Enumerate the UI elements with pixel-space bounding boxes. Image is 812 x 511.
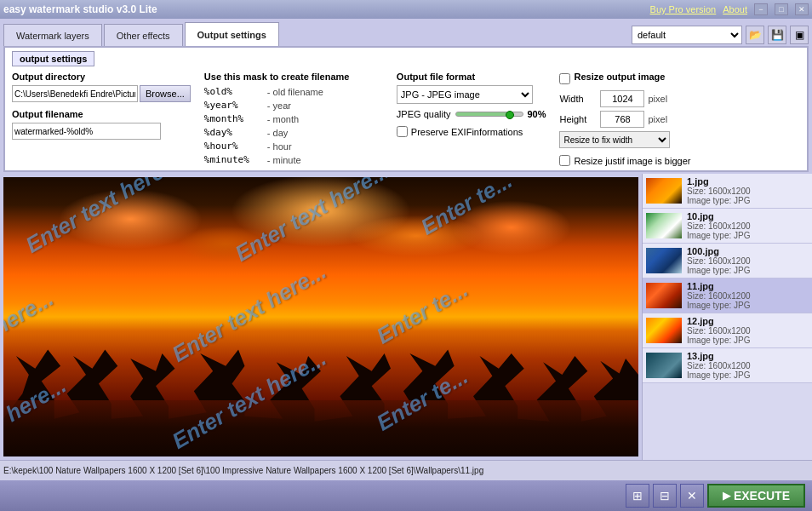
- method-select[interactable]: Resize to fix width Resize to fix height…: [559, 131, 670, 148]
- mask-row-hour: %hour% - hour: [204, 140, 383, 153]
- resize-checkbox[interactable]: [559, 73, 570, 84]
- profile-select[interactable]: default: [632, 26, 742, 44]
- buy-pro-link[interactable]: Buy Pro version: [650, 4, 717, 14]
- browse-button[interactable]: Browse...: [140, 85, 191, 102]
- file-item-11jpg[interactable]: 11.jpg Size: 1600x1200 Image type: JPG: [643, 278, 812, 313]
- settings-grid: Output directory Browse... Output filena…: [12, 72, 800, 167]
- file-thumb-100: [646, 248, 682, 273]
- execute-button[interactable]: ▶ EXECUTE: [707, 484, 805, 508]
- content-area: output settings Output directory Browse.…: [0, 46, 812, 460]
- exec-small-btn-2[interactable]: ⊟: [653, 484, 677, 508]
- file-info-100: 100.jpg Size: 1600x1200 Image type: JPG: [687, 246, 809, 275]
- directory-row: Browse...: [12, 85, 191, 102]
- quality-slider-container: 90%: [455, 109, 546, 119]
- file-type-100: Image type: JPG: [687, 266, 809, 275]
- file-size-11: Size: 1600x1200: [687, 291, 809, 301]
- file-type-10: Image type: JPG: [687, 231, 809, 240]
- output-directory-group: Output directory Browse... Output filena…: [12, 72, 191, 167]
- main-tab-bar: Watermark layers Other effects Output se…: [0, 19, 812, 46]
- file-thumb-10: [646, 213, 682, 238]
- mask-row-minute: %minute% - minute: [204, 153, 383, 167]
- file-name-13: 13.jpg: [687, 351, 809, 361]
- width-pixel-label: pixel: [648, 94, 667, 104]
- filename-input[interactable]: [12, 123, 161, 140]
- file-name-100: 100.jpg: [687, 246, 809, 256]
- file-item-100jpg[interactable]: 100.jpg Size: 1600x1200 Image type: JPG: [643, 244, 812, 278]
- width-input[interactable]: [600, 90, 644, 107]
- height-pixel-label: pixel: [648, 114, 667, 124]
- execute-label: EXECUTE: [734, 489, 790, 502]
- file-name-11: 11.jpg: [687, 281, 809, 291]
- resize-header: Resize output image: [559, 72, 712, 85]
- file-item-13jpg[interactable]: 13.jpg Size: 1600x1200 Image type: JPG: [643, 348, 812, 383]
- file-item-1jpg[interactable]: 1.jpg Size: 1600x1200 Image type: JPG: [643, 174, 812, 209]
- file-type-13: Image type: JPG: [687, 370, 809, 380]
- file-size-100: Size: 1600x1200: [687, 256, 809, 266]
- directory-input[interactable]: [12, 85, 138, 102]
- file-list: 1.jpg Size: 1600x1200 Image type: JPG 10…: [642, 174, 812, 460]
- tab-output-settings[interactable]: Output settings: [185, 22, 279, 46]
- file-info-1: 1.jpg Size: 1600x1200 Image type: JPG: [687, 176, 809, 205]
- quality-slider[interactable]: [455, 112, 523, 117]
- file-type-1: Image type: JPG: [687, 196, 809, 205]
- sub-tab-output-settings[interactable]: output settings: [12, 51, 94, 66]
- method-row: Resize to fix width Resize to fix height…: [559, 131, 712, 148]
- sunset-background: [3, 177, 638, 456]
- file-thumb-1: [646, 178, 682, 204]
- format-select[interactable]: JPG - JPEG imagePNG - PNG imageBMP - Bit…: [397, 85, 533, 104]
- quality-percentage: 90%: [527, 109, 546, 119]
- file-format-title: Output file format: [397, 72, 546, 82]
- title-controls: Buy Pro version About − □ ✕: [650, 3, 809, 15]
- resize-justif-checkbox[interactable]: [559, 155, 570, 166]
- file-name-10: 10.jpg: [687, 211, 809, 221]
- output-directory-title: Output directory: [12, 72, 191, 82]
- quality-row: JPEG quality 90%: [397, 109, 546, 119]
- profile-open-button[interactable]: 📂: [746, 26, 764, 44]
- mask-section-title: Use this mask to create filename: [204, 72, 383, 82]
- height-input[interactable]: [600, 111, 644, 128]
- mask-row-day: %day% - day: [204, 126, 383, 140]
- water-reflection: [3, 400, 638, 456]
- preserve-exif-checkbox[interactable]: [397, 126, 408, 137]
- sub-tab-bar: output settings: [12, 51, 800, 66]
- output-filename-title: Output filename: [12, 109, 191, 119]
- profile-section: default 📂 💾 ▣: [632, 26, 809, 44]
- file-item-12jpg[interactable]: 12.jpg Size: 1600x1200 Image type: JPG: [643, 313, 812, 348]
- status-path: E:\kepek\100 Nature Wallpapers 1600 X 12…: [3, 466, 809, 475]
- file-info-13: 13.jpg Size: 1600x1200 Image type: JPG: [687, 351, 809, 380]
- about-link[interactable]: About: [723, 4, 747, 14]
- maximize-button[interactable]: □: [775, 3, 788, 15]
- execute-bar: ⊞ ⊟ ✕ ▶ EXECUTE: [0, 480, 812, 511]
- minimize-button[interactable]: −: [754, 3, 768, 15]
- resize-justif-label: Resize justif image is bigger: [574, 156, 690, 166]
- file-name-1: 1.jpg: [687, 176, 809, 187]
- file-item-10jpg[interactable]: 10.jpg Size: 1600x1200 Image type: JPG: [643, 209, 812, 244]
- file-size-13: Size: 1600x1200: [687, 361, 809, 370]
- tab-watermark-layers[interactable]: Watermark layers: [3, 24, 102, 46]
- file-size-10: Size: 1600x1200: [687, 221, 809, 231]
- width-row: Width pixel: [559, 90, 712, 107]
- file-size-12: Size: 1600x1200: [687, 326, 809, 336]
- close-button[interactable]: ✕: [795, 3, 809, 15]
- app-title: easy watermark studio v3.0 Lite: [3, 3, 157, 15]
- profile-action-button[interactable]: ▣: [790, 26, 809, 44]
- title-bar: easy watermark studio v3.0 Lite Buy Pro …: [0, 0, 812, 19]
- exec-small-btn-1[interactable]: ⊞: [626, 484, 649, 508]
- profile-save-button[interactable]: 💾: [768, 26, 786, 44]
- mask-section: Use this mask to create filename %old% -…: [204, 72, 383, 167]
- tab-other-effects[interactable]: Other effects: [104, 24, 183, 46]
- exec-small-btn-3[interactable]: ✕: [680, 484, 704, 508]
- preview-and-list: Enter text here... Enter text here... En…: [0, 174, 812, 460]
- file-thumb-12: [646, 318, 682, 343]
- file-type-11: Image type: JPG: [687, 301, 809, 310]
- preview-image: Enter text here... Enter text here... En…: [3, 177, 638, 456]
- resize-section: Resize output image Width pixel Height p…: [559, 72, 712, 167]
- mask-row-old: %old% - old filename: [204, 85, 383, 99]
- file-info-11: 11.jpg Size: 1600x1200 Image type: JPG: [687, 281, 809, 310]
- file-size-1: Size: 1600x1200: [687, 187, 809, 196]
- resize-justif-row: Resize justif image is bigger: [559, 155, 712, 166]
- execute-icon: ▶: [723, 490, 730, 502]
- height-row: Height pixel: [559, 111, 712, 128]
- preserve-row: Preserve EXIFinformations: [397, 126, 546, 137]
- preserve-exif-label: Preserve EXIFinformations: [411, 127, 523, 137]
